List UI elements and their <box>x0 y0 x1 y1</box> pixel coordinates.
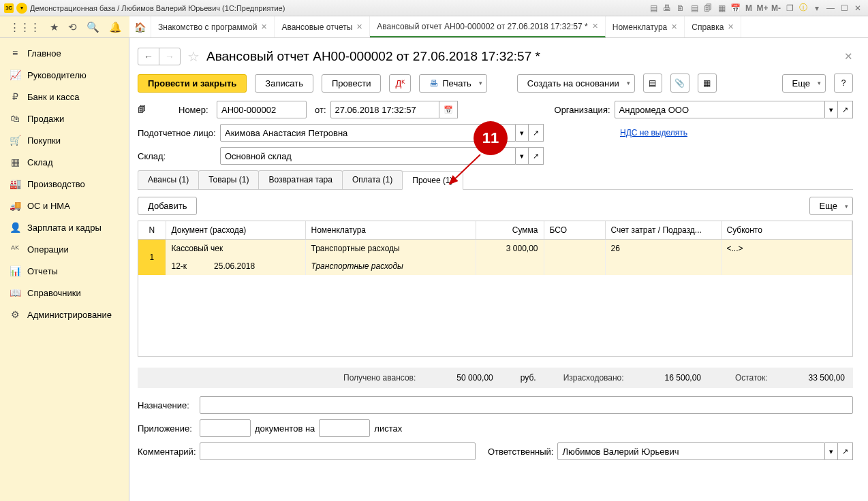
col-sum[interactable]: Сумма <box>476 221 544 240</box>
tab-help[interactable]: Справка✕ <box>685 16 741 37</box>
calendar-icon[interactable]: 📅 <box>439 101 458 118</box>
sidebar-item-assets[interactable]: 🚚ОС и НМА <box>0 195 129 216</box>
close-icon[interactable]: ✕ <box>356 22 362 31</box>
tab-nomenclature[interactable]: Номенклатура✕ <box>606 16 685 37</box>
post-button[interactable]: Провести <box>322 74 382 93</box>
sheets-input[interactable] <box>319 419 370 437</box>
subtab-other[interactable]: Прочее (1) <box>402 171 463 190</box>
date-input[interactable] <box>330 101 439 118</box>
org-input[interactable] <box>615 101 825 118</box>
sidebar-item-production[interactable]: 🏭Производство <box>0 173 129 195</box>
dropdown-icon[interactable]: ▾ <box>825 442 838 460</box>
history-icon[interactable]: ⟲ <box>68 21 77 33</box>
close-icon[interactable]: ✕ <box>728 22 734 31</box>
list-icon[interactable]: ▤ <box>643 74 662 93</box>
post-and-close-button[interactable]: Провести и закрыть <box>138 74 247 93</box>
number-input[interactable] <box>217 101 307 118</box>
open-icon[interactable]: ↗ <box>529 124 544 142</box>
minimize-icon[interactable]: — <box>824 2 837 14</box>
m-plus-icon[interactable]: M+ <box>756 2 769 14</box>
calc-icon[interactable]: ▦ <box>715 2 728 14</box>
close-icon[interactable]: ✕ <box>852 2 864 14</box>
print-icon[interactable]: 🖶 <box>661 2 673 14</box>
sidebar-item-manager[interactable]: 📈Руководителю <box>0 64 129 86</box>
sidebar-item-bank[interactable]: ₽Банк и касса <box>0 86 129 108</box>
favorite-star-icon[interactable]: ☆ <box>187 48 200 65</box>
sidebar-item-purchases[interactable]: 🛒Покупки <box>0 129 129 151</box>
sidebar-item-admin[interactable]: ⚙Администрирование <box>0 304 129 325</box>
tab-reports[interactable]: Авансовые отчеты✕ <box>275 16 370 37</box>
m-icon[interactable]: M <box>743 2 755 14</box>
tab-report-current[interactable]: Авансовый отчет АН00-000002 от 27.06.201… <box>370 16 605 37</box>
close-icon[interactable]: ✕ <box>261 22 267 31</box>
sidebar-item-main[interactable]: ≡Главное <box>0 42 129 64</box>
close-icon[interactable]: ✕ <box>592 22 598 31</box>
create-based-button[interactable]: Создать на основании <box>517 74 635 93</box>
apps-icon[interactable]: ⋮⋮⋮ <box>10 21 40 33</box>
maximize-icon[interactable]: ☐ <box>838 2 850 14</box>
m-minus-icon[interactable]: M- <box>770 2 782 14</box>
subtab-tare[interactable]: Возвратная тара <box>258 170 343 189</box>
sidebar-item-refs[interactable]: 📖Справочники <box>0 282 129 304</box>
col-bso[interactable]: БСО <box>544 221 605 240</box>
window-icon[interactable]: ❐ <box>784 2 796 14</box>
open-icon[interactable]: ↗ <box>838 442 853 460</box>
col-subconto[interactable]: Субконто <box>721 221 852 240</box>
info-icon[interactable]: ⓘ <box>797 2 809 14</box>
open-icon[interactable]: ↗ <box>529 147 544 165</box>
person-input[interactable] <box>220 124 516 142</box>
help-button[interactable]: ? <box>834 74 853 93</box>
dropdown-icon[interactable]: ▾ <box>825 101 838 118</box>
print-button[interactable]: 🖶Печать <box>419 74 487 93</box>
attach-icon[interactable]: 📎 <box>670 74 689 93</box>
bell-icon[interactable]: 🔔 <box>109 21 122 33</box>
forward-button[interactable]: → <box>159 48 180 65</box>
dropdown-icon[interactable]: ▾ <box>516 147 529 165</box>
back-button[interactable]: ← <box>138 48 159 65</box>
toolbar-icon[interactable]: ▤ <box>688 2 700 14</box>
table-row[interactable]: 1 Кассовый чек Транспортные расходы 3 00… <box>138 240 852 258</box>
sidebar-item-salary[interactable]: 👤Зарплата и кадры <box>0 216 129 238</box>
responsible-label: Ответственный: <box>488 447 553 457</box>
col-nom[interactable]: Номенклатура <box>305 221 476 240</box>
app-dropdown-icon[interactable]: ▾ <box>16 3 27 14</box>
tab-intro[interactable]: Знакомство с программой✕ <box>151 16 275 37</box>
sidebar-item-reports[interactable]: 📊Отчеты <box>0 260 129 282</box>
table-row[interactable]: 12-к 25.06.2018 Транспортные расходы <box>138 257 852 275</box>
toolbar-icon[interactable]: ▤ <box>647 2 660 14</box>
subtab-advances[interactable]: Авансы (1) <box>138 170 199 189</box>
open-icon[interactable]: ↗ <box>838 101 853 118</box>
sidebar-item-operations[interactable]: ᴬᴷОперации <box>0 238 129 260</box>
add-button[interactable]: Добавить <box>138 197 197 215</box>
more-button[interactable]: Еще <box>782 74 826 93</box>
close-icon[interactable]: ✕ <box>671 22 677 31</box>
col-n[interactable]: N <box>138 221 166 240</box>
toolbar-icon[interactable]: 🗐 <box>702 2 714 14</box>
responsible-input[interactable] <box>557 442 825 460</box>
dk-button[interactable]: Дᴷ <box>389 74 411 93</box>
warehouse-input[interactable] <box>220 147 516 165</box>
star-icon[interactable]: ★ <box>50 21 59 33</box>
col-account[interactable]: Счет затрат / Подразд... <box>605 221 721 240</box>
subtab-payment[interactable]: Оплата (1) <box>342 170 403 189</box>
docs-count-input[interactable] <box>200 419 251 437</box>
purpose-input[interactable] <box>200 396 853 414</box>
ops-icon: ᴬᴷ <box>10 244 20 255</box>
ruble-icon: ₽ <box>10 91 20 102</box>
doc-icon[interactable]: 🗎 <box>675 2 687 14</box>
nds-link[interactable]: НДС не выделять <box>620 128 687 138</box>
col-doc[interactable]: Документ (расхода) <box>166 221 305 240</box>
form-icon[interactable]: ▦ <box>698 74 717 93</box>
comment-input[interactable] <box>200 442 476 460</box>
calendar-icon[interactable]: 📅 <box>729 2 741 14</box>
table-more-button[interactable]: Еще <box>809 197 853 215</box>
home-icon[interactable]: 🏠 <box>129 16 151 37</box>
close-page-icon[interactable]: ✕ <box>844 50 853 63</box>
sidebar-item-warehouse[interactable]: ▦Склад <box>0 151 129 173</box>
dropdown-icon[interactable]: ▾ <box>516 124 529 142</box>
search-icon[interactable]: 🔍 <box>87 21 99 33</box>
subtab-goods[interactable]: Товары (1) <box>198 170 259 189</box>
chevron-down-icon[interactable]: ▾ <box>811 2 823 14</box>
save-button[interactable]: Записать <box>255 74 313 93</box>
sidebar-item-sales[interactable]: 🛍Продажи <box>0 108 129 129</box>
